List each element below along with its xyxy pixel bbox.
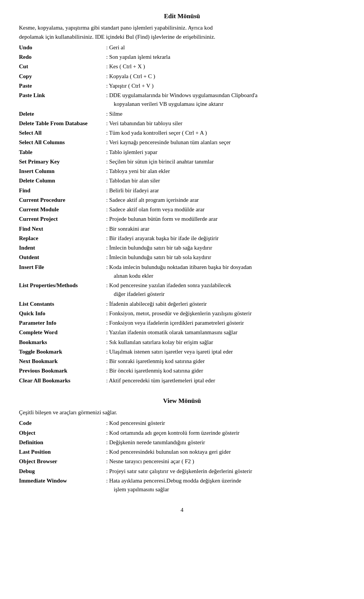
list-item: Immediate Window: Hata ayıklama penceres… [19,476,345,495]
item-label: Outdent [19,253,106,262]
list-item: Cut: Kes ( Ctrl + X ) [19,62,345,71]
item-label: Bookmarks [19,338,106,347]
item-desc: : Veri tabanından bir tabloyu siler [106,119,345,128]
item-desc: : Tabloya yeni bir alan ekler [106,167,345,176]
item-desc: : Kopyala ( Ctrl + C ) [106,72,345,81]
list-item: Complete Word: Yazılan ifadenin otomatik… [19,328,345,337]
item-desc: : Fonksiyon, metot, prosedür ve değişken… [106,309,345,318]
item-desc: : Son yapılan işlemi tekrarla [106,52,345,62]
list-item: Delete Column: Tablodan bir alan siler [19,176,345,186]
item-desc: : Belirli bir ifadeyi arar [106,186,345,195]
item-desc: : Hata ayıklama penceresi.Debug modda de… [106,476,345,495]
list-item: Last Position: Kod penceresindeki bulunu… [19,447,345,457]
item-label: Cut [19,62,106,71]
item-desc: : DDE uygulamalarında bir Windows uygula… [106,91,345,109]
item-desc: : Kod penceresini gösterir [106,418,345,428]
list-item: Delete: Silme [19,109,345,119]
item-label: Complete Word [19,328,106,337]
view-menu-table: Code: Kod penceresini gösterirObject: Ko… [19,418,345,494]
item-label: Undo [19,43,106,52]
item-label: Clear All Bookmarks [19,376,106,385]
list-item: Delete Table From Database: Veri tabanın… [19,119,345,128]
item-label: Object Browser [19,457,106,466]
list-item: Replace: Bir ifadeyi arayarak başka bir … [19,234,345,243]
list-item: Clear All Bookmarks: Aktif penceredeki t… [19,376,345,385]
item-desc: : Silme [106,109,345,119]
item-label: Delete Column [19,176,106,186]
list-item: Select All Columns: Veri kaynağı pencere… [19,138,345,147]
item-desc: : Seçilen bir sütun için birincil anahta… [106,157,345,167]
item-desc: : Bir sonraki işaretlenmiş kod satırına … [106,357,345,366]
item-label: Toggle Bookmark [19,347,106,357]
item-label: Next Bookmark [19,357,106,366]
view-intro: Çeşitli bileşen ve araçları görmenizi sa… [19,408,345,417]
list-item: Outdent: İmlecin bulunduğu satırı bir ta… [19,253,345,262]
list-item: List Constants: İfadenin alabileceği sab… [19,299,345,309]
list-item: Indent: İmlecin bulunduğu satırı bir tab… [19,243,345,253]
item-label: Select All Columns [19,138,106,147]
item-label: Find Next [19,224,106,234]
item-label: Insert Column [19,167,106,176]
page-number: 4 [19,506,345,514]
list-item: Toggle Bookmark: Ulaşılmak istenen satır… [19,347,345,357]
item-desc: : Veri kaynağı penceresinde bulunan tüm … [106,138,345,147]
list-item: Insert File: Koda imlecin bulunduğu nokt… [19,263,345,281]
item-label: List Constants [19,299,106,309]
list-item: Current Module: Sadece aktif olan form v… [19,205,345,214]
item-desc: : Nesne tarayıcı penceresini açar ( F2 ) [106,457,345,466]
edit-menu-title: Edit Mönüsü [19,11,345,21]
item-label: Current Module [19,205,106,214]
list-item: Insert Column: Tabloya yeni bir alan ekl… [19,167,345,176]
item-label: Object [19,428,106,438]
list-item: Paste Link: DDE uygulamalarında bir Wind… [19,91,345,109]
item-desc: : Tüm kod yada kontrolleri seçer ( Ctrl … [106,128,345,138]
item-label: List Properties/Methods [19,281,106,299]
item-desc: : Değişkenin nerede tanımlandığını göste… [106,438,345,447]
item-desc: : Kod penceresine yazılan ifadeden sonra… [106,281,345,299]
item-label: Indent [19,243,106,253]
list-item: Parameter Info: Fonksiyon veya ifadeleri… [19,318,345,328]
item-label: Table [19,148,106,157]
item-desc: : Sadece aktif alt program içerisinde ar… [106,195,345,205]
item-label: Current Procedure [19,195,106,205]
list-item: Select All: Tüm kod yada kontrolleri seç… [19,128,345,138]
item-label: Delete [19,109,106,119]
item-label: Replace [19,234,106,243]
list-item: Redo: Son yapılan işlemi tekrarla [19,52,345,62]
item-label: Last Position [19,447,106,457]
item-desc: : Sadece aktif olan form veya modülde ar… [106,205,345,214]
item-label: Set Primary Key [19,157,106,167]
item-label: Immediate Window [19,476,106,495]
view-menu-title: View Mönüsü [19,396,345,406]
item-label: Parameter Info [19,318,106,328]
item-label: Redo [19,52,106,62]
list-item: Undo: Geri al [19,43,345,52]
list-item: Set Primary Key: Seçilen bir sütun için … [19,157,345,167]
list-item: Debug: Projeyi satır satır çalıştırır ve… [19,467,345,476]
item-label: Debug [19,467,106,476]
edit-intro1: Kesme, kopyalama, yapıştırma gibi standa… [19,24,345,41]
list-item: Copy: Kopyala ( Ctrl + C ) [19,72,345,81]
item-label: Insert File [19,263,106,281]
list-item: Find: Belirli bir ifadeyi arar [19,186,345,195]
item-desc: : İfadenin alabileceği sabit değerleri g… [106,299,345,309]
item-desc: : İmlecin bulunduğu satırı bir tab sağa … [106,243,345,253]
item-desc: : Koda imlecin bulunduğu noktadan itibar… [106,263,345,281]
item-label: Paste [19,81,106,91]
list-item: Current Project: Projede bulunan bütün f… [19,214,345,224]
list-item: Table: Tablo işlemleri yapar [19,148,345,157]
item-desc: : Bir önceki işaretlenmiş kod satırına g… [106,366,345,376]
item-desc: : Geri al [106,43,345,52]
list-item: Object: Kod ortamında adı geçen kontrolü… [19,428,345,438]
item-desc: : Bir ifadeyi arayarak başka bir ifade i… [106,234,345,243]
item-label: Find [19,186,106,195]
item-desc: : Fonksiyon veya ifadelerin içerdikleri … [106,318,345,328]
item-desc: : Projeyi satır satır çalıştırır ve deği… [106,467,345,476]
item-label: Select All [19,128,106,138]
item-label: Previous Bookmark [19,366,106,376]
item-label: Copy [19,72,106,81]
item-desc: : İmlecin bulunduğu satırı bir tab sola … [106,253,345,262]
item-desc: : Bir sonrakini arar [106,224,345,234]
item-label: Paste Link [19,91,106,109]
list-item: Code: Kod penceresini gösterir [19,418,345,428]
